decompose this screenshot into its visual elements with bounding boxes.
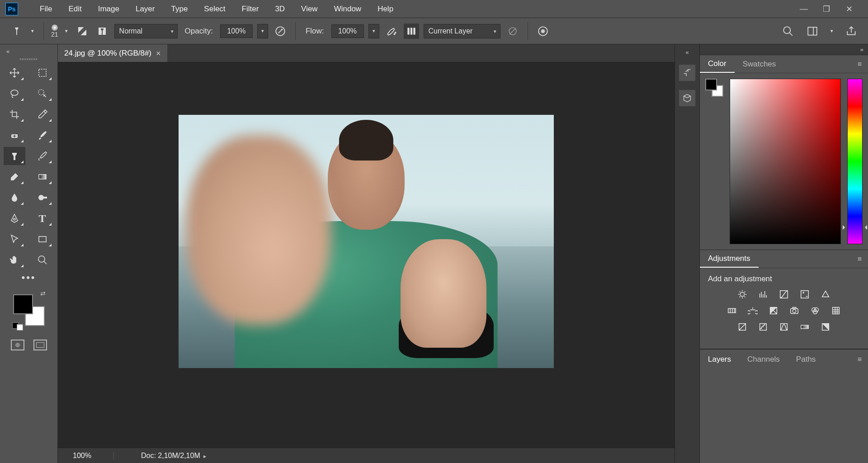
brush-preset-caret-icon[interactable]: ▾ (63, 24, 70, 39)
eraser-tool[interactable] (4, 168, 25, 186)
move-tool[interactable] (4, 64, 25, 82)
layers-tab[interactable]: Layers (700, 350, 739, 369)
close-tab-icon[interactable]: × (156, 49, 161, 58)
right-collapse-icon[interactable]: » (700, 44, 868, 55)
flow-input[interactable] (331, 24, 364, 38)
menu-file[interactable]: File (32, 5, 60, 14)
menu-3d[interactable]: 3D (267, 5, 293, 14)
crop-tool[interactable] (4, 105, 25, 123)
threshold-icon[interactable] (778, 321, 790, 332)
history-panel-icon[interactable] (679, 65, 695, 81)
levels-icon[interactable] (757, 289, 769, 300)
lasso-tool[interactable] (4, 85, 25, 103)
invert-icon[interactable] (736, 321, 749, 332)
quick-mask-icon[interactable] (11, 340, 24, 350)
exposure-icon[interactable] (798, 289, 811, 300)
panel-menu-icon[interactable]: ≡ (851, 60, 868, 68)
swap-colors-icon[interactable]: ⇄ (40, 290, 46, 297)
brush-preset-picker[interactable]: 21 (51, 24, 58, 38)
selective-color-icon[interactable] (819, 321, 832, 332)
panel-menu-icon[interactable]: ≡ (851, 355, 868, 364)
aligned-icon[interactable] (404, 24, 419, 39)
color-lookup-icon[interactable] (830, 305, 842, 316)
brush-tool[interactable] (32, 126, 53, 144)
gradient-tool[interactable] (32, 168, 53, 186)
ignore-adjustment-icon[interactable] (505, 24, 520, 39)
channel-mixer-icon[interactable] (809, 305, 821, 316)
sample-select[interactable]: Current Layer ▾ (424, 24, 500, 38)
rectangle-tool[interactable] (32, 230, 53, 248)
tool-preset-caret-icon[interactable]: ▾ (29, 24, 36, 39)
hand-tool[interactable] (4, 251, 25, 269)
color-field[interactable] (730, 79, 841, 244)
foreground-background-colors[interactable]: ⇄ (13, 294, 45, 326)
vibrance-icon[interactable] (819, 289, 832, 300)
maximize-icon[interactable]: ❐ (822, 5, 831, 14)
swatches-tab[interactable]: Swatches (735, 55, 784, 73)
menu-help[interactable]: Help (369, 5, 401, 14)
clone-stamp-tool[interactable] (4, 147, 25, 165)
black-white-icon[interactable] (767, 305, 780, 316)
menu-type[interactable]: Type (163, 5, 196, 14)
workspace-switcher[interactable] (805, 24, 820, 39)
menu-image[interactable]: Image (90, 5, 127, 14)
canvas[interactable] (58, 62, 675, 448)
photo-filter-icon[interactable] (788, 305, 801, 316)
color-cursor[interactable] (731, 238, 736, 243)
brush-settings-icon[interactable] (75, 24, 90, 39)
minimize-icon[interactable]: — (799, 5, 808, 14)
search-icon[interactable] (780, 24, 796, 39)
menu-edit[interactable]: Edit (60, 5, 90, 14)
healing-brush-tool[interactable] (4, 126, 25, 144)
history-brush-tool[interactable] (32, 147, 53, 165)
opacity-dropdown[interactable]: ▾ (257, 24, 268, 38)
document-tab[interactable]: 24.jpg @ 100% (RGB/8#) × (58, 44, 167, 62)
menu-layer[interactable]: Layer (127, 5, 163, 14)
zoom-level[interactable]: 100% (64, 452, 114, 460)
brightness-contrast-icon[interactable] (736, 289, 749, 300)
menu-filter[interactable]: Filter (234, 5, 267, 14)
default-colors-icon[interactable] (12, 322, 23, 331)
screen-mode-icon[interactable] (33, 340, 47, 350)
share-icon[interactable] (844, 24, 859, 39)
libraries-panel-icon[interactable] (679, 90, 695, 106)
menu-window[interactable]: Window (326, 5, 369, 14)
panel-collapse-icon[interactable]: « (685, 49, 689, 56)
color-tab[interactable]: Color (700, 55, 735, 73)
pen-tool[interactable] (4, 209, 25, 227)
close-icon[interactable]: ✕ (844, 5, 854, 14)
type-tool[interactable]: T (32, 209, 53, 227)
quick-selection-tool[interactable] (32, 85, 53, 103)
channels-tab[interactable]: Channels (739, 350, 788, 369)
adjustments-tab[interactable]: Adjustments (700, 250, 759, 268)
menu-view[interactable]: View (293, 5, 326, 14)
pressure-size-icon[interactable] (535, 24, 551, 39)
gradient-map-icon[interactable] (798, 321, 811, 332)
zoom-tool[interactable] (32, 251, 53, 269)
foreground-color-swatch[interactable] (13, 294, 33, 314)
marquee-tool[interactable] (32, 64, 53, 82)
blend-mode-select[interactable]: Normal ▾ (114, 24, 178, 38)
color-panel-swatches[interactable] (705, 79, 723, 97)
blur-tool[interactable] (4, 189, 25, 207)
toolbox-collapse-icon[interactable]: « (5, 46, 11, 57)
pressure-opacity-icon[interactable] (273, 24, 288, 39)
menu-select[interactable]: Select (196, 5, 233, 14)
dodge-tool[interactable] (32, 189, 53, 207)
clone-source-icon[interactable] (94, 24, 110, 39)
curves-icon[interactable] (778, 289, 790, 300)
path-selection-tool[interactable] (4, 230, 25, 248)
document-info[interactable]: Doc: 2,10M/2,10M ▸ (141, 452, 206, 460)
paths-tab[interactable]: Paths (788, 350, 824, 369)
tool-preset-picker[interactable] (9, 24, 24, 39)
posterize-icon[interactable] (757, 321, 769, 332)
workspace-caret-icon[interactable]: ▾ (829, 24, 835, 39)
color-balance-icon[interactable] (746, 305, 759, 316)
opacity-input[interactable] (220, 24, 253, 38)
airbrush-icon[interactable] (384, 24, 399, 39)
flow-dropdown[interactable]: ▾ (368, 24, 379, 38)
hue-saturation-icon[interactable] (726, 305, 738, 316)
hue-slider[interactable] (847, 79, 863, 244)
toolbox-grip[interactable] (20, 58, 38, 60)
eyedropper-tool[interactable] (32, 105, 53, 123)
